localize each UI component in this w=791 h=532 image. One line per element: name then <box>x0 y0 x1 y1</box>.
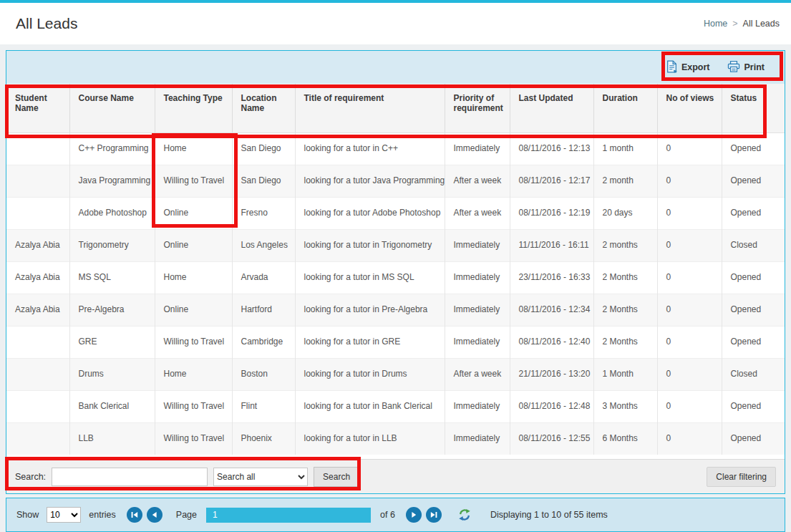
table-row[interactable]: LLBWilling to TravelPhoenixlooking for a… <box>6 422 785 455</box>
column-header[interactable]: Title of requirement <box>295 84 445 132</box>
table-cell: 0 <box>657 326 722 358</box>
table-cell: Online <box>155 294 232 326</box>
table-cell: Boston <box>232 358 295 390</box>
table-row[interactable]: Java ProgrammingWilling to TravelSan Die… <box>6 165 785 197</box>
table-cell: San Diego <box>232 132 295 165</box>
export-button[interactable]: Export <box>666 60 710 75</box>
table-row[interactable]: Azalya AbiaPre-AlgebraOnlineHartfordlook… <box>6 294 785 326</box>
print-button[interactable]: Print <box>727 61 765 74</box>
table-cell: Opened <box>722 261 785 294</box>
table-cell: GRE <box>69 326 155 358</box>
previous-page-button[interactable] <box>147 507 162 523</box>
table-cell: 0 <box>657 261 722 294</box>
table-cell: 0 <box>657 165 722 197</box>
table-cell: looking for a tutor Java Programming <box>295 165 445 197</box>
table-cell: Azalya Abia <box>6 261 69 294</box>
table-cell: Willing to Travel <box>155 422 232 455</box>
table-cell: Flint <box>232 390 295 422</box>
table-cell: Opened <box>722 132 785 165</box>
column-header[interactable]: Last Updated <box>510 84 593 132</box>
breadcrumb-separator: > <box>732 19 737 29</box>
last-page-button[interactable] <box>426 507 442 523</box>
table-row[interactable]: DrumsHomeBostonlooking for a tutor in Dr… <box>6 358 785 390</box>
table-cell: 20 days <box>593 197 657 229</box>
table-cell: Arvada <box>232 261 295 294</box>
table-cell: 0 <box>657 229 722 261</box>
table-cell: 0 <box>657 132 722 165</box>
table-cell: 0 <box>657 422 722 455</box>
table-cell: After a week <box>445 358 510 390</box>
table-cell: 1 month <box>593 132 657 165</box>
page-number-input[interactable] <box>206 508 371 523</box>
table-cell: Online <box>155 229 232 261</box>
table-cell: Drums <box>69 358 155 390</box>
next-page-button[interactable] <box>406 507 422 523</box>
table-cell: Opened <box>722 326 785 358</box>
table-cell: looking for a tutor in Bank Clerical <box>295 390 445 422</box>
table-row[interactable]: Azalya AbiaTrigonometryOnlineLos Angeles… <box>6 229 785 261</box>
column-header[interactable]: Status <box>722 84 785 132</box>
content-area: Export Print Student NameCourse <box>0 44 791 532</box>
search-button[interactable]: Search <box>314 467 359 487</box>
table-cell: Pre-Algebra <box>69 294 155 326</box>
table-cell <box>6 132 69 165</box>
pagination-bar: Show 10 entries Page <box>6 498 785 532</box>
table-row[interactable]: Bank ClericalWilling to TravelFlintlooki… <box>6 390 785 422</box>
table-cell: 2 Months <box>593 294 657 326</box>
table-row[interactable]: Azalya AbiaMS SQLHomeArvadalooking for a… <box>6 261 785 294</box>
skip-to-last-icon <box>430 511 437 518</box>
table-cell: Immediately <box>445 261 510 294</box>
table-cell: 0 <box>657 390 722 422</box>
table-cell <box>6 326 69 358</box>
table-cell <box>6 390 69 422</box>
table-cell: 21/11/2016 - 13:20 <box>510 358 593 390</box>
table-cell: looking for a tutor in Drums <box>295 358 445 390</box>
column-header[interactable]: Location Name <box>232 84 295 132</box>
refresh-button[interactable] <box>458 508 471 521</box>
column-header[interactable]: Teaching Type <box>155 84 232 132</box>
table-cell: Opened <box>722 197 785 229</box>
table-cell: 2 months <box>593 229 657 261</box>
table-header: Student NameCourse NameTeaching TypeLoca… <box>6 84 785 132</box>
table-row[interactable]: Adobe PhotoshopOnlineFresnolooking for a… <box>6 197 785 229</box>
entries-select[interactable]: 10 <box>47 507 81 523</box>
column-header[interactable]: No of views <box>657 84 722 132</box>
table-cell: C++ Programming <box>69 132 155 165</box>
table-cell: looking for a tutor in MS SQL <box>295 261 445 294</box>
table-cell: Azalya Abia <box>6 294 69 326</box>
table-row[interactable]: GREWilling to TravelCambridgelooking for… <box>6 326 785 358</box>
clear-filtering-button[interactable]: Clear filtering <box>707 467 776 487</box>
previous-icon <box>151 511 158 518</box>
table-cell: 11/11/2016 - 16:11 <box>510 229 593 261</box>
total-pages-label: of 6 <box>380 510 395 520</box>
page-header: All Leads Home > All Leads <box>0 3 791 44</box>
column-header[interactable]: Student Name <box>6 84 69 132</box>
table-cell: Home <box>155 261 232 294</box>
search-field-select[interactable]: Search all <box>213 468 308 486</box>
search-input[interactable] <box>52 468 208 486</box>
first-page-button[interactable] <box>127 507 142 523</box>
breadcrumb: Home > All Leads <box>704 19 780 29</box>
table-toolbar: Export Print <box>6 51 785 84</box>
table-cell: Closed <box>722 358 785 390</box>
table-cell: 0 <box>657 197 722 229</box>
table-cell: 08/11/2016 - 12:55 <box>510 422 593 455</box>
breadcrumb-home-link[interactable]: Home <box>704 19 727 29</box>
table-cell: Phoenix <box>232 422 295 455</box>
table-cell: looking for a tutor in Trigonometry <box>295 229 445 261</box>
column-header[interactable]: Priority of requirement <box>445 84 510 132</box>
page: All Leads Home > All Leads <box>0 0 791 532</box>
show-label: Show <box>16 510 39 520</box>
table-cell: Opened <box>722 165 785 197</box>
export-icon <box>666 60 677 75</box>
table-row[interactable]: C++ ProgrammingHomeSan Diegolooking for … <box>6 132 785 165</box>
table-cell: Los Angeles <box>232 229 295 261</box>
column-header[interactable]: Course Name <box>69 84 155 132</box>
table-cell: 0 <box>657 358 722 390</box>
table-cell: After a week <box>445 197 510 229</box>
skip-to-first-icon <box>131 511 138 518</box>
table-cell: Willing to Travel <box>155 165 232 197</box>
export-button-label: Export <box>681 62 710 72</box>
table-cell: San Diego <box>232 165 295 197</box>
column-header[interactable]: Duration <box>593 84 657 132</box>
